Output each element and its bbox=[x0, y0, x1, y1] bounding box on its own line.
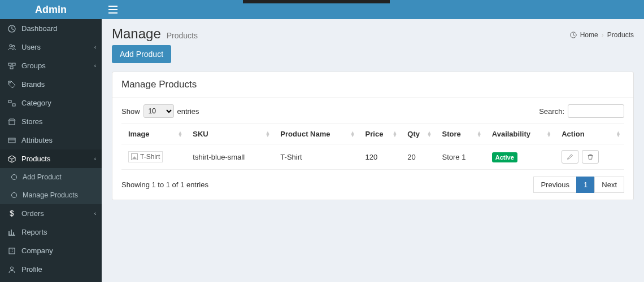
col-sku[interactable]: SKU▲▼ bbox=[186, 124, 273, 144]
edit-button[interactable] bbox=[562, 150, 578, 164]
trash-icon bbox=[587, 153, 594, 160]
sidebar-item-products[interactable]: Products ‹ bbox=[0, 149, 102, 168]
prev-button[interactable]: Previous bbox=[533, 177, 577, 193]
sidebar-item-category[interactable]: Category bbox=[0, 94, 102, 112]
breadcrumb-home[interactable]: Home bbox=[580, 31, 598, 39]
sidebar-item-reports[interactable]: Reports bbox=[0, 223, 102, 241]
cube-icon bbox=[7, 155, 17, 163]
col-action[interactable]: Action▲▼ bbox=[555, 124, 624, 144]
sidebar-item-label: Company bbox=[21, 246, 53, 255]
sidebar-subitem-manage-products[interactable]: Manage Products bbox=[0, 186, 102, 204]
search-input[interactable] bbox=[568, 104, 624, 118]
sort-icon: ▲▼ bbox=[265, 131, 270, 137]
circle-icon bbox=[11, 192, 17, 198]
pencil-icon bbox=[567, 153, 573, 160]
tag-icon bbox=[7, 81, 17, 89]
sidebar-item-label: Manage Products bbox=[23, 191, 78, 199]
cell-availability: Active bbox=[485, 144, 555, 170]
panel-title: Manage Products bbox=[112, 72, 633, 98]
svg-rect-9 bbox=[8, 138, 15, 143]
cell-price: 120 bbox=[359, 144, 401, 170]
svg-point-1 bbox=[12, 45, 15, 47]
col-qty[interactable]: Qty▲▼ bbox=[401, 124, 435, 144]
sidebar-subitem-add-product[interactable]: Add Product bbox=[0, 168, 102, 186]
logo[interactable]: Admin bbox=[0, 0, 102, 19]
svg-point-5 bbox=[10, 82, 11, 83]
sidebar-item-attributes[interactable]: Attributes bbox=[0, 131, 102, 149]
sidebar-item-groups[interactable]: Groups ‹ bbox=[0, 56, 102, 75]
products-submenu: Add Product Manage Products bbox=[0, 168, 102, 204]
sidebar-item-label: Orders bbox=[21, 209, 44, 218]
svg-rect-6 bbox=[8, 100, 11, 103]
sort-icon: ▲▼ bbox=[177, 131, 182, 137]
chevron-left-icon: ‹ bbox=[94, 210, 96, 217]
category-icon bbox=[7, 99, 17, 107]
search-label: Search: bbox=[539, 107, 564, 116]
sort-icon: ▲▼ bbox=[427, 131, 432, 137]
col-name[interactable]: Product Name▲▼ bbox=[273, 124, 358, 144]
hamburger-icon bbox=[108, 6, 118, 14]
sidebar-item-users[interactable]: Users ‹ bbox=[0, 38, 102, 56]
sidebar-item-label: Reports bbox=[21, 228, 47, 236]
chevron-left-icon: ‹ bbox=[94, 156, 96, 162]
sidebar-item-label: Products bbox=[21, 155, 50, 163]
delete-button[interactable] bbox=[582, 150, 599, 164]
image-icon bbox=[131, 153, 138, 160]
page-1-button[interactable]: 1 bbox=[576, 177, 595, 193]
status-badge: Active bbox=[492, 152, 517, 162]
nav-toggle[interactable] bbox=[102, 0, 124, 19]
sidebar-item-profile[interactable]: Profile bbox=[0, 260, 102, 279]
store-icon bbox=[7, 118, 17, 126]
dollar-icon bbox=[7, 210, 17, 218]
sidebar-item-label: Users bbox=[21, 43, 41, 51]
page-subtitle: Products bbox=[167, 31, 198, 40]
dashboard-icon bbox=[7, 25, 17, 33]
sort-icon: ▲▼ bbox=[616, 131, 621, 137]
svg-rect-7 bbox=[12, 104, 15, 106]
cell-name: T-Shirt bbox=[273, 144, 358, 170]
svg-rect-10 bbox=[9, 248, 15, 254]
sort-icon: ▲▼ bbox=[392, 131, 397, 137]
col-image[interactable]: Image▲▼ bbox=[121, 124, 186, 144]
table-controls: Show 10 entries Search: bbox=[121, 104, 624, 118]
company-icon bbox=[7, 247, 17, 255]
col-store[interactable]: Store▲▼ bbox=[435, 124, 485, 144]
chart-icon bbox=[7, 228, 17, 236]
sidebar-item-brands[interactable]: Brands bbox=[0, 75, 102, 94]
products-panel: Manage Products Show 10 entries Search: bbox=[112, 72, 634, 200]
add-product-button[interactable]: Add Product bbox=[112, 45, 171, 63]
cell-image: T-Shirt bbox=[121, 144, 186, 170]
sidebar-item-label: Profile bbox=[21, 265, 42, 274]
breadcrumb-separator: › bbox=[602, 31, 604, 39]
top-header: Admin bbox=[0, 0, 644, 19]
page-size-select[interactable]: 10 bbox=[143, 104, 174, 118]
page-title: Manage bbox=[112, 26, 161, 42]
svg-rect-4 bbox=[10, 67, 13, 69]
chevron-left-icon: ‹ bbox=[94, 63, 96, 69]
sidebar-item-label: Add Product bbox=[23, 173, 62, 181]
table-footer: Showing 1 to 1 of 1 entries Previous 1 N… bbox=[121, 177, 624, 193]
next-button[interactable]: Next bbox=[594, 177, 624, 193]
show-label: Show bbox=[121, 107, 140, 116]
entries-label: entries bbox=[177, 107, 199, 116]
col-availability[interactable]: Availability▲▼ bbox=[485, 124, 555, 144]
sidebar-item-company[interactable]: Company bbox=[0, 241, 102, 260]
sidebar-item-orders[interactable]: Orders ‹ bbox=[0, 204, 102, 223]
breadcrumb-current: Products bbox=[607, 31, 634, 39]
sidebar-item-stores[interactable]: Stores bbox=[0, 112, 102, 131]
svg-rect-8 bbox=[9, 121, 15, 125]
sort-icon: ▲▼ bbox=[546, 131, 551, 137]
sidebar-item-label: Dashboard bbox=[21, 24, 58, 33]
products-table: Image▲▼ SKU▲▼ Product Name▲▼ Price▲▼ Qty… bbox=[121, 124, 624, 170]
sidebar-item-label: Groups bbox=[21, 61, 46, 70]
cell-sku: tshirt-blue-small bbox=[186, 144, 273, 170]
attributes-icon bbox=[7, 136, 17, 144]
col-price[interactable]: Price▲▼ bbox=[359, 124, 401, 144]
sort-icon: ▲▼ bbox=[477, 131, 482, 137]
table-info: Showing 1 to 1 of 1 entries bbox=[121, 180, 208, 189]
header-dark-bar bbox=[243, 0, 390, 3]
sidebar-item-dashboard[interactable]: Dashboard bbox=[0, 19, 102, 38]
svg-rect-2 bbox=[8, 63, 11, 65]
dashboard-icon bbox=[570, 32, 577, 38]
sidebar: Dashboard Users ‹ Groups ‹ Brands Catego… bbox=[0, 19, 102, 282]
